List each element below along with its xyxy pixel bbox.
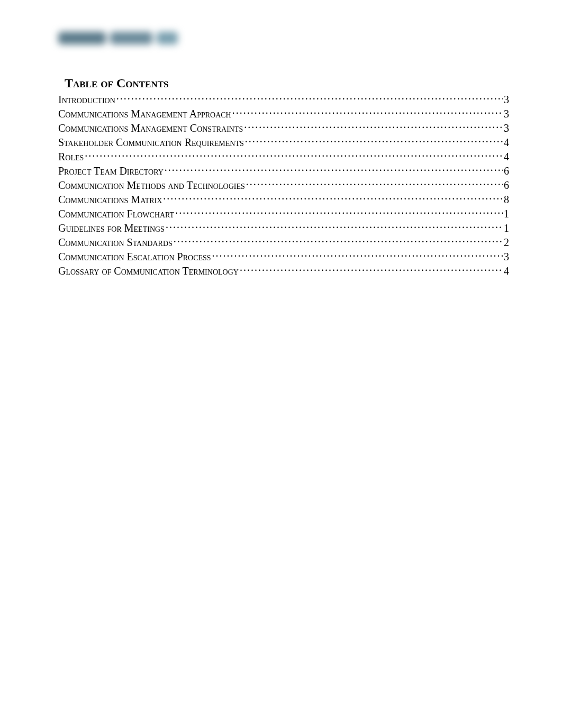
toc-leader-dots bbox=[85, 150, 503, 160]
toc-entry: Communications Matrix 8 bbox=[58, 193, 509, 207]
toc-entry-label: Communication Methods and Technologies bbox=[58, 178, 245, 193]
toc-leader-dots bbox=[165, 164, 503, 175]
toc-entry: Communication Methods and Technologies 6 bbox=[58, 178, 509, 193]
logo-part bbox=[157, 32, 178, 44]
toc-entry-label: Roles bbox=[58, 150, 84, 164]
toc-entry-page: 3 bbox=[504, 107, 509, 121]
toc-entry-page: 4 bbox=[504, 135, 509, 150]
toc-entry-page: 4 bbox=[504, 264, 509, 278]
table-of-contents: Table of Contents Introduction 3 Communi… bbox=[58, 76, 509, 278]
toc-entry-page: 8 bbox=[504, 193, 509, 207]
toc-entry: Guidelines for Meetings 1 bbox=[58, 221, 509, 235]
toc-entry-label: Project Team Directory bbox=[58, 164, 164, 178]
header-logo-blurred bbox=[58, 26, 180, 50]
toc-entry-page: 6 bbox=[504, 178, 509, 193]
toc-entry: Communications Management Approach 3 bbox=[58, 107, 509, 121]
logo-part bbox=[58, 32, 106, 44]
toc-entry-label: Communication Flowchart bbox=[58, 207, 174, 221]
toc-leader-dots bbox=[240, 264, 503, 275]
toc-entry-page: 4 bbox=[504, 150, 509, 164]
toc-entry: Glossary of Communication Terminology 4 bbox=[58, 264, 509, 278]
toc-entry: Project Team Directory 6 bbox=[58, 164, 509, 178]
toc-entry: Roles 4 bbox=[58, 150, 509, 164]
toc-entry: Communication Standards 2 bbox=[58, 235, 509, 250]
toc-entry: Communication Flowchart 1 bbox=[58, 207, 509, 221]
toc-entry-page: 1 bbox=[504, 221, 509, 235]
toc-leader-dots bbox=[166, 221, 503, 232]
toc-leader-dots bbox=[175, 207, 503, 217]
toc-entry-label: Communications Management Approach bbox=[58, 107, 231, 121]
toc-title: Table of Contents bbox=[65, 76, 509, 90]
toc-leader-dots bbox=[212, 250, 503, 260]
toc-leader-dots bbox=[163, 193, 503, 203]
toc-entry-label: Communications Management Constraints bbox=[58, 121, 243, 135]
toc-entry-label: Glossary of Communication Terminology bbox=[58, 264, 239, 278]
toc-leader-dots bbox=[244, 121, 503, 132]
toc-entry-page: 3 bbox=[504, 121, 509, 135]
toc-entry: Stakeholder Communication Requirements 4 bbox=[58, 135, 509, 150]
toc-entry-page: 3 bbox=[504, 93, 509, 107]
logo-part bbox=[110, 32, 152, 44]
toc-leader-dots bbox=[116, 93, 503, 103]
toc-leader-dots bbox=[232, 107, 503, 117]
toc-entry-page: 2 bbox=[504, 235, 509, 250]
toc-entry: Communication Escalation Process 3 bbox=[58, 250, 509, 264]
toc-entry-page: 3 bbox=[504, 250, 509, 264]
toc-entry: Communications Management Constraints 3 bbox=[58, 121, 509, 135]
toc-entry-label: Guidelines for Meetings bbox=[58, 221, 165, 235]
toc-leader-dots bbox=[245, 135, 503, 146]
toc-entry-label: Communications Matrix bbox=[58, 193, 162, 207]
toc-entry-page: 6 bbox=[504, 164, 509, 178]
toc-leader-dots bbox=[246, 178, 503, 189]
document-page: Table of Contents Introduction 3 Communi… bbox=[0, 0, 562, 305]
toc-leader-dots bbox=[174, 235, 503, 246]
toc-entry-label: Stakeholder Communication Requirements bbox=[58, 135, 244, 150]
toc-entry-label: Communication Standards bbox=[58, 235, 173, 250]
toc-entry-label: Communication Escalation Process bbox=[58, 250, 211, 264]
toc-entry: Introduction 3 bbox=[58, 93, 509, 107]
toc-entry-label: Introduction bbox=[58, 93, 115, 107]
toc-entry-page: 1 bbox=[504, 207, 509, 221]
